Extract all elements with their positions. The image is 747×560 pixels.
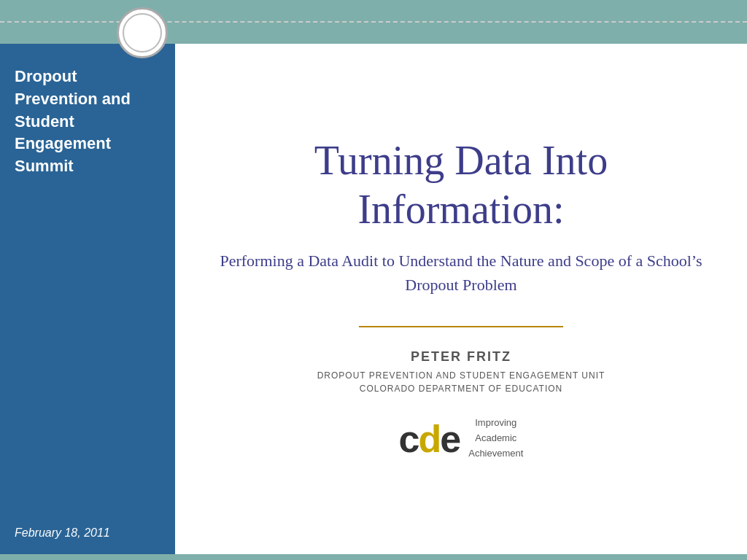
cde-tagline-achievement: Achievement [468, 446, 523, 462]
slide-container: Dropout Prevention and Student Engagemen… [0, 0, 747, 560]
top-bar [0, 0, 747, 44]
circle-inner [123, 13, 162, 52]
presenter-name: PETER FRITZ [411, 349, 511, 365]
top-bar-line [0, 21, 747, 23]
presenter-unit: DROPOUT PREVENTION AND STUDENT ENGAGEMEN… [317, 370, 605, 381]
circle-logo [117, 7, 168, 58]
sidebar-title: Dropout Prevention and Student Engagemen… [15, 66, 160, 178]
divider-line [359, 326, 563, 327]
subtitle: Performing a Data Audit to Understand th… [219, 249, 703, 297]
cde-logo: cde Improving Academic Achievement [399, 416, 524, 461]
cde-letters: cde [399, 420, 460, 458]
cde-tagline-improving: Improving [468, 416, 523, 431]
cde-e: e [440, 418, 460, 460]
cde-d: d [419, 418, 441, 460]
presenter-dept: COLORADO DEPARTMENT OF EDUCATION [360, 384, 562, 394]
cde-c: c [399, 418, 419, 460]
sidebar: Dropout Prevention and Student Engagemen… [0, 44, 175, 554]
cde-tagline-academic: Academic [468, 431, 523, 446]
content-area: Turning Data Into Information: Performin… [175, 44, 747, 554]
main-content: Dropout Prevention and Student Engagemen… [0, 44, 747, 554]
cde-tagline: Improving Academic Achievement [468, 416, 523, 461]
bottom-bar [0, 554, 747, 560]
sidebar-date: February 18, 2011 [15, 526, 160, 540]
main-title: Turning Data Into Information: [219, 136, 703, 234]
